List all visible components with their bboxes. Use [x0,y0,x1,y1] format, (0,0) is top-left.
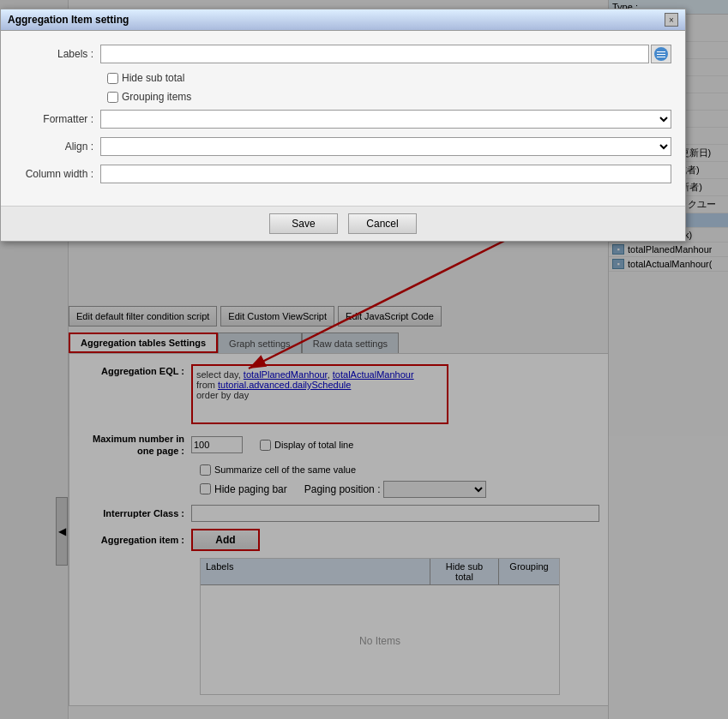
modal-body: Labels : Hide sub total Grouping items F… [1,31,685,206]
globe-btn[interactable] [651,45,671,63]
grouping-items-row: Grouping items [107,91,671,103]
labels-label: Labels : [15,48,100,60]
hide-subtotal-row: Hide sub total [107,72,671,84]
modal-dialog: Aggregation Item setting × Labels : Hide… [0,9,686,242]
formatter-select[interactable] [100,110,671,129]
formatter-label: Formatter : [15,113,100,125]
align-select[interactable] [100,137,671,156]
align-label: Align : [15,141,100,153]
column-width-label: Column width : [15,168,100,180]
column-width-input[interactable] [100,165,671,183]
modal-footer: Save Cancel [1,206,685,241]
cancel-button[interactable]: Cancel [348,213,417,234]
modal-close-btn[interactable]: × [665,13,678,27]
formatter-row: Formatter : [15,110,671,129]
grouping-items-check[interactable] [107,92,118,103]
labels-row: Labels : [15,45,671,63]
hide-subtotal-label: Hide sub total [122,72,184,84]
hide-subtotal-check[interactable] [107,73,118,84]
labels-input[interactable] [100,45,649,63]
modal-title: Aggregation Item setting [8,14,129,26]
align-row: Align : [15,137,671,156]
modal-titlebar: Aggregation Item setting × [1,9,685,31]
grouping-items-label: Grouping items [122,91,191,103]
globe-icon [654,47,668,61]
save-button[interactable]: Save [269,213,338,234]
column-width-row: Column width : [15,165,671,183]
